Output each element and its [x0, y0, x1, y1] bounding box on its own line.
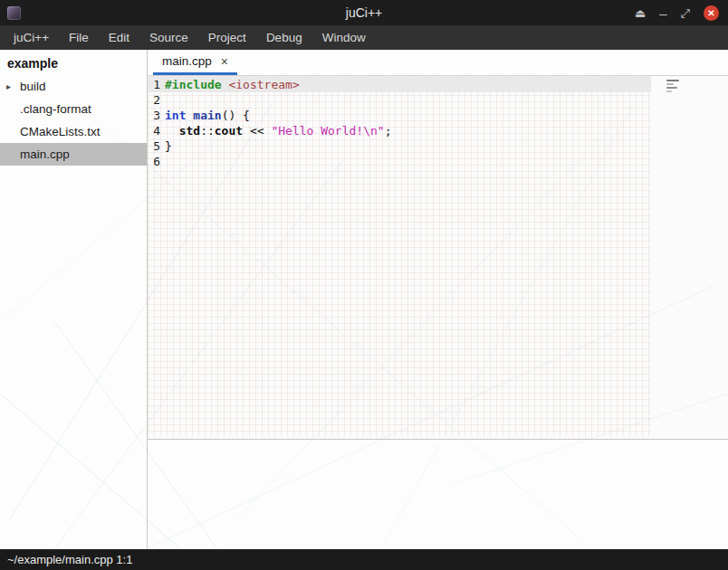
code-line: 2 [148, 92, 728, 108]
token-pl: << [243, 124, 271, 138]
code-line: 5} [148, 138, 728, 154]
code-line: 1#include <iostream> [148, 77, 651, 92]
restore-button[interactable]: ⤢ [681, 7, 690, 19]
menu-item-project[interactable]: Project [198, 26, 256, 49]
editor-column: main.cpp × 1#include <iostream>23int mai… [148, 50, 728, 549]
status-text: ~/example/main.cpp 1:1 [7, 553, 132, 566]
code-line: 4 std::cout << "Hello World!\n"; [148, 123, 728, 138]
token-pl: () { [222, 109, 250, 122]
sidebar-item-clang-format[interactable]: .clang-format [0, 98, 147, 120]
output-panel [148, 439, 728, 549]
menu-item-source[interactable]: Source [139, 26, 198, 49]
tab-main-cpp[interactable]: main.cpp × [153, 50, 237, 75]
token-pl: ; [385, 124, 392, 138]
line-number: 2 [150, 92, 160, 108]
token-inc: <iostream> [228, 78, 299, 91]
expander-icon[interactable]: ▸ [6, 81, 11, 91]
file-tree: ▸build.clang-formatCMakeLists.txtmain.cp… [0, 75, 147, 166]
code-text: #include <iostream> [165, 77, 300, 92]
statusbar: ~/example/main.cpp 1:1 [0, 549, 728, 570]
menu-item-juci[interactable]: juCi++ [4, 26, 59, 49]
tab-close-icon[interactable]: × [221, 55, 228, 68]
token-ns: cout [215, 124, 243, 138]
code-line: 3int main() { [148, 108, 728, 123]
line-number: 6 [150, 154, 160, 169]
line-number: 5 [150, 138, 160, 154]
sidebar-item-cmakelists-txt[interactable]: CMakeLists.txt [0, 120, 147, 143]
window-title: juCi++ [0, 5, 728, 20]
file-label: main.cpp [20, 147, 70, 161]
sidebar: example ▸build.clang-formatCMakeLists.tx… [0, 50, 148, 549]
menubar: juCi++FileEditSourceProjectDebugWindow [0, 25, 728, 50]
token-pl: :: [200, 124, 215, 138]
line-number: 1 [150, 77, 160, 92]
file-tree-root: example [0, 50, 147, 75]
token-pl: } [165, 139, 172, 153]
file-label: CMakeLists.txt [20, 125, 101, 138]
code-line: 6 [148, 154, 728, 169]
juci-window: juCi++ ⏏ – ⤢ ✕ juCi++FileEditSourceProje… [0, 0, 728, 570]
code-editor[interactable]: 1#include <iostream>23int main() {4 std:… [148, 76, 728, 439]
token-pp: #include [165, 78, 222, 91]
code-text: } [165, 138, 172, 154]
menu-item-debug[interactable]: Debug [256, 26, 312, 49]
token-kw: int [165, 109, 186, 122]
titlebar: juCi++ ⏏ – ⤢ ✕ [0, 0, 728, 25]
line-number: 4 [150, 123, 160, 138]
sidebar-item-build[interactable]: ▸build [0, 75, 147, 98]
eject-icon[interactable]: ⏏ [635, 7, 646, 19]
minimize-button[interactable]: – [659, 6, 666, 20]
token-str: "Hello World!\n" [271, 124, 384, 138]
window-controls: ⏏ – ⤢ ✕ [635, 5, 719, 21]
file-label: .clang-format [20, 102, 91, 116]
token-ns: std [179, 124, 200, 138]
line-number: 3 [150, 108, 160, 123]
sidebar-item-main-cpp[interactable]: main.cpp [0, 143, 147, 166]
minimap [666, 80, 681, 92]
menu-item-edit[interactable]: Edit [99, 26, 139, 49]
menu-item-window[interactable]: Window [312, 26, 376, 49]
token-fn: main [193, 109, 221, 122]
token-pl [165, 124, 179, 138]
content-area: example ▸build.clang-formatCMakeLists.tx… [0, 50, 728, 549]
code-text: std::cout << "Hello World!\n"; [165, 123, 391, 138]
code-text: int main() { [165, 108, 250, 123]
code-lines: 1#include <iostream>23int main() {4 std:… [148, 77, 728, 169]
tab-label: main.cpp [162, 54, 212, 68]
close-button[interactable]: ✕ [704, 5, 719, 21]
file-label: build [20, 80, 46, 93]
tabbar: main.cpp × [148, 50, 728, 76]
menu-item-file[interactable]: File [59, 26, 99, 49]
